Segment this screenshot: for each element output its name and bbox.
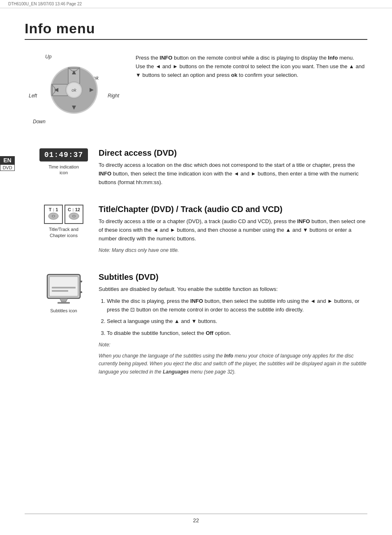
subtitles-body: Subtitles are disabled by default. You e… [99,285,367,376]
subtitles-steps: While the disc is playing, press the INF… [99,297,367,338]
title-icon-text: T : 1 [47,207,60,212]
svg-rect-28 [58,302,70,304]
title-chapter-icon-group: T : 1 C : 12 Title/ [41,205,86,238]
title-chapter-text: To directly access a title or a chapter … [99,217,367,243]
title-icon-disc [47,212,60,220]
svg-rect-25 [52,287,76,288]
title-chapter-title: Title/Chapter (DVD) / Track (audio CD an… [99,205,367,214]
lang-en: EN [0,156,15,164]
section-subtitles: Subtitles icon Subtitles (DVD) Subtitles… [25,272,367,379]
dpad-graphic: ok [45,61,103,119]
svg-point-22 [73,216,75,217]
step-2: Select a language using the ▲ and ▼ butt… [107,317,367,326]
label-right: Right [108,93,119,99]
desc-line2: Use the ◄ and ► buttons on the remote co… [136,62,367,80]
direct-access-title: Direct access (DVD) [99,148,367,158]
direct-access-body: To directly access a location on the dis… [99,161,367,187]
title-icon: T : 1 [44,205,63,224]
chapter-icon-text: C : 12 [68,207,80,212]
step-1: While the disc is playing, press the INF… [107,297,367,314]
subtitles-icon [45,272,82,305]
time-indication-icon-group: 01:49:37 Time indicationicon [41,148,86,176]
page-number: 22 [193,517,199,523]
nav-diagram: Up Left ok Right Down [25,50,123,132]
lang-badge: EN DVD [0,156,15,171]
top-description: Press the INFO button on the remote cont… [136,50,367,79]
svg-rect-26 [52,290,68,292]
direct-access-text: To directly access a location on the dis… [99,161,367,187]
subtitles-content: Subtitles (DVD) Subtitles are disabled b… [99,272,367,379]
subtitles-note-header: Note: [99,341,367,349]
title-chapter-content: Title/Chapter (DVD) / Track (audio CD an… [99,205,367,258]
subtitles-note-body: When you change the language of the subt… [99,352,367,376]
subtitles-intro: Subtitles are disabled by default. You e… [99,285,367,294]
title-chapter-body: To directly access a title or a chapter … [99,217,367,254]
subtitles-title: Subtitles (DVD) [99,272,367,282]
title-chapter-label: Title/Track and Chapter icons [41,226,86,238]
page-footer: 22 [25,514,367,527]
header-text: DTH6100U_EN 18/07/03 13:46 Page 22 [8,2,82,6]
subtitles-icon-group: Subtitles icon [41,272,86,314]
section-direct-access: 01:49:37 Time indicationicon Direct acce… [25,148,367,190]
lang-dvd: DVD [0,164,15,171]
svg-text:ok: ok [71,88,76,92]
chapter-icon-disc [68,212,80,220]
time-indication-icon: 01:49:37 [39,148,88,161]
time-indication-label: Time indicationicon [48,164,79,176]
step-3: To disable the subtitle function, select… [107,329,367,338]
section-title-chapter: T : 1 C : 12 Title/ [25,205,367,258]
label-down: Down [33,119,46,125]
title-chapter-icons: T : 1 C : 12 [44,205,83,224]
chapter-icon: C : 12 [65,205,83,224]
top-section: Up Left ok Right Down [25,50,367,132]
desc-line1: Press the INFO button on the remote cont… [136,54,367,62]
svg-point-19 [53,216,54,217]
label-up: Up [45,54,51,60]
svg-marker-27 [60,298,68,302]
page-title: Info menu [25,21,367,40]
subtitles-label: Subtitles icon [50,308,77,314]
svg-rect-24 [49,277,78,296]
label-left: Left [29,93,37,99]
direct-access-content: Direct access (DVD) To directly access a… [99,148,367,190]
header-strip: DTH6100U_EN 18/07/03 13:46 Page 22 [0,0,392,8]
title-chapter-note: Note: Many discs only have one title. [99,247,367,254]
